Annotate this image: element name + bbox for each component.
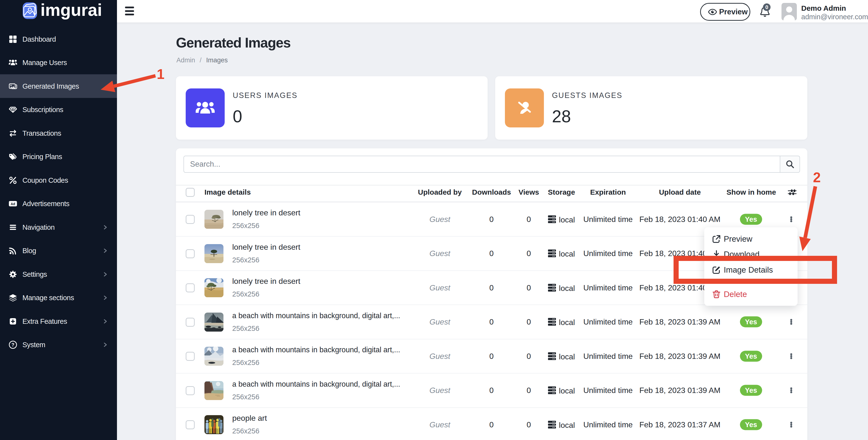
svg-text:2: 2 [813, 169, 821, 185]
svg-text:1: 1 [157, 66, 164, 82]
svg-text:Ad: Ad [11, 202, 16, 206]
svg-text:?: ? [11, 342, 14, 347]
